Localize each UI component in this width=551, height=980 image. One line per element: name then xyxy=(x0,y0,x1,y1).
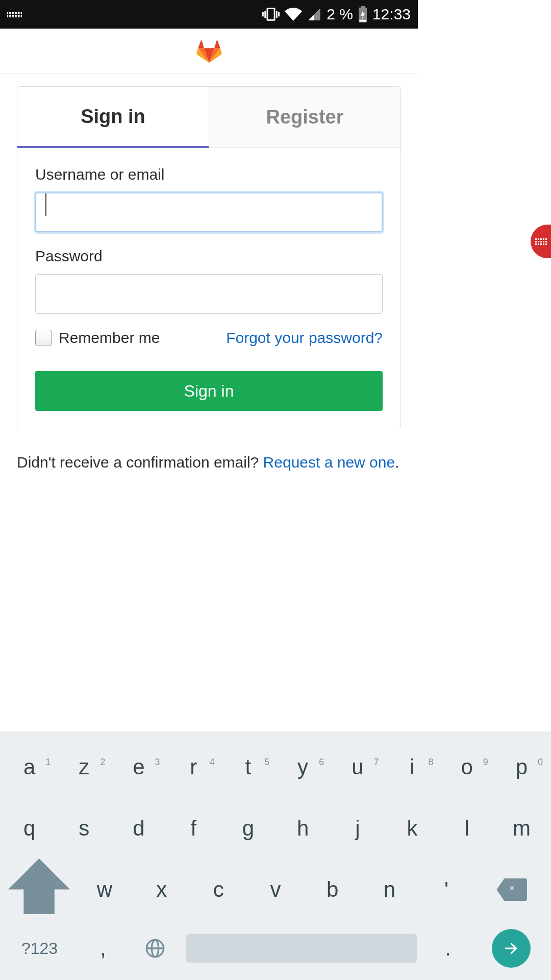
gitlab-logo-icon xyxy=(195,38,223,64)
svg-rect-1 xyxy=(361,6,365,8)
vibrate-icon xyxy=(262,6,280,23)
soft-keyboard: 1a2z3e4r5t6y7u8i9o0p qsdfghjklm wxcvbn' … xyxy=(0,731,418,734)
status-bar: 2 % 12:33 xyxy=(0,0,418,29)
username-label: Username or email xyxy=(35,166,383,183)
password-label: Password xyxy=(35,248,383,265)
remember-me-checkbox[interactable] xyxy=(35,330,52,346)
remember-me-label: Remember me xyxy=(59,329,160,347)
wifi-icon xyxy=(285,6,302,23)
keyboard-indicator-icon xyxy=(7,12,22,17)
password-input[interactable] xyxy=(35,274,383,314)
forgot-password-link[interactable]: Forgot your password? xyxy=(226,329,383,347)
username-input[interactable] xyxy=(35,192,383,232)
auth-card: Sign in Register Username or email Passw… xyxy=(17,86,401,429)
tab-register[interactable]: Register xyxy=(209,87,400,148)
clock: 12:33 xyxy=(372,6,411,23)
signin-button[interactable]: Sign in xyxy=(35,371,383,411)
svg-rect-2 xyxy=(359,20,366,22)
signal-icon xyxy=(307,7,321,21)
request-confirmation-link[interactable]: Request a new one xyxy=(263,454,395,471)
tab-signin[interactable]: Sign in xyxy=(17,87,209,148)
confirmation-text: Didn't receive a confirmation email? Req… xyxy=(17,454,401,471)
battery-charging-icon xyxy=(358,6,367,22)
app-header xyxy=(0,29,418,74)
battery-percent: 2 % xyxy=(327,6,353,23)
